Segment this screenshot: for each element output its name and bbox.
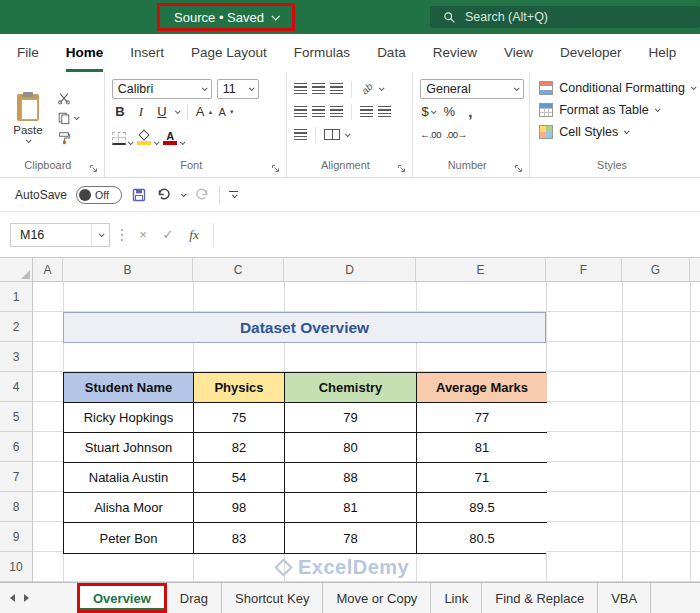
document-title[interactable]: Source • Saved [174, 10, 264, 25]
italic-button[interactable]: I [133, 102, 149, 122]
wrap-text-button[interactable] [294, 129, 307, 140]
dialog-launcher-icon[interactable] [397, 164, 406, 173]
decrease-decimal-button[interactable]: .00→ [446, 129, 467, 140]
column-header-e[interactable]: E [416, 258, 546, 282]
bold-button[interactable]: B [112, 102, 128, 122]
align-left-button[interactable] [294, 106, 307, 117]
tab-help[interactable]: Help [649, 34, 677, 72]
table-cell[interactable]: Stuart Johnson [64, 433, 194, 463]
table-cell[interactable]: 83 [194, 523, 285, 553]
tab-data[interactable]: Data [377, 34, 406, 72]
shrink-font-button[interactable]: A [218, 102, 234, 122]
borders-button[interactable] [112, 125, 132, 145]
table-cell[interactable]: 81 [417, 433, 547, 463]
table-header-chemistry[interactable]: Chemistry [285, 373, 417, 403]
conditional-formatting-button[interactable]: Conditional Formatting [539, 77, 695, 99]
align-bottom-button[interactable] [330, 83, 343, 94]
align-middle-button[interactable] [312, 83, 325, 94]
tab-formulas[interactable]: Formulas [294, 34, 350, 72]
tab-review[interactable]: Review [433, 34, 477, 72]
dataset-title-cell[interactable]: Dataset Overview [63, 312, 546, 343]
grow-font-button[interactable]: A [196, 102, 214, 122]
row-header-10[interactable]: 10 [0, 552, 33, 582]
formula-input[interactable] [213, 223, 700, 247]
dialog-launcher-icon[interactable] [271, 164, 280, 173]
tab-view[interactable]: View [504, 34, 533, 72]
underline-button[interactable]: U [154, 102, 170, 122]
cell-styles-button[interactable]: Cell Styles [539, 121, 695, 143]
sheet-tab-move-or-copy[interactable]: Move or Copy [323, 583, 431, 613]
sheet-tab-overview[interactable]: Overview [80, 586, 164, 610]
column-header-a[interactable]: A [33, 258, 63, 282]
table-cell[interactable]: 75 [194, 403, 285, 433]
customize-toolbar-button[interactable] [229, 191, 238, 199]
column-header-g[interactable]: G [622, 258, 690, 282]
undo-history-chevron[interactable] [181, 191, 187, 197]
table-cell[interactable]: 54 [194, 463, 285, 493]
table-header-physics[interactable]: Physics [194, 373, 285, 403]
sheet-tab-link[interactable]: Link [431, 583, 482, 613]
enter-icon[interactable]: ✓ [159, 227, 177, 242]
font-color-button[interactable]: A [163, 125, 184, 145]
tab-file[interactable]: File [17, 34, 39, 72]
align-center-button[interactable] [312, 106, 325, 117]
table-cell[interactable]: 79 [285, 403, 417, 433]
row-header-7[interactable]: 7 [0, 462, 33, 492]
row-header-5[interactable]: 5 [0, 402, 33, 432]
tab-insert[interactable]: Insert [130, 34, 164, 72]
table-header-average-marks[interactable]: Average Marks [417, 373, 547, 403]
table-cell[interactable]: 80.5 [417, 523, 547, 553]
select-all-corner[interactable] [0, 258, 33, 282]
drag-handle[interactable] [121, 234, 123, 236]
table-cell[interactable]: 80 [285, 433, 417, 463]
orientation-button[interactable]: ab [358, 80, 376, 98]
format-painter-button[interactable] [57, 130, 78, 146]
comma-style-button[interactable]: , [462, 102, 478, 122]
column-header-d[interactable]: D [284, 258, 416, 282]
cancel-icon[interactable]: × [134, 227, 152, 242]
search-box[interactable]: Search (Alt+Q) [430, 6, 700, 28]
sheet-tab-shortcut-key[interactable]: Shortcut Key [222, 583, 323, 613]
dialog-launcher-icon[interactable] [514, 164, 523, 173]
table-cell[interactable]: 78 [285, 523, 417, 553]
table-cell[interactable]: 89.5 [417, 493, 547, 523]
column-header-c[interactable]: C [193, 258, 284, 282]
row-header-6[interactable]: 6 [0, 432, 33, 462]
increase-decimal-button[interactable]: ←.00 [420, 129, 441, 140]
undo-button[interactable] [156, 187, 172, 203]
tab-page-layout[interactable]: Page Layout [191, 34, 267, 72]
row-header-4[interactable]: 4 [0, 372, 33, 402]
sheet-tab-find-replace[interactable]: Find & Replace [482, 583, 598, 613]
next-sheet-icon[interactable] [24, 594, 29, 602]
previous-sheet-icon[interactable] [10, 594, 15, 602]
cut-button[interactable] [57, 90, 78, 106]
fill-color-button[interactable] [137, 125, 158, 145]
row-header-3[interactable]: 3 [0, 342, 33, 372]
row-header-9[interactable]: 9 [0, 522, 33, 552]
table-cell[interactable]: 82 [194, 433, 285, 463]
name-box[interactable]: M16 [10, 223, 110, 247]
tab-home[interactable]: Home [66, 34, 104, 72]
number-format-select[interactable]: General [420, 79, 524, 99]
table-cell[interactable]: Peter Bon [64, 523, 194, 553]
copy-button[interactable] [57, 110, 78, 126]
table-cell[interactable]: Alisha Moor [64, 493, 194, 523]
insert-function-button[interactable]: fx [184, 227, 204, 243]
font-size-select[interactable]: 11 [217, 79, 259, 99]
paste-button[interactable]: Paste [7, 77, 49, 159]
align-right-button[interactable] [330, 106, 343, 117]
table-cell[interactable]: 77 [417, 403, 547, 433]
autosave-toggle[interactable]: Off [76, 186, 122, 204]
format-as-table-button[interactable]: Format as Table [539, 99, 695, 121]
column-header-partial[interactable] [690, 258, 700, 282]
percent-style-button[interactable]: % [441, 102, 457, 122]
table-cell[interactable]: Natalia Austin [64, 463, 194, 493]
table-cell[interactable]: 88 [285, 463, 417, 493]
table-cell[interactable]: 81 [285, 493, 417, 523]
chevron-down-icon[interactable] [271, 12, 279, 20]
merge-center-button[interactable] [324, 129, 340, 140]
table-cell[interactable]: Ricky Hopkings [64, 403, 194, 433]
sheet-tab-vba[interactable]: VBA [598, 583, 651, 613]
tab-developer[interactable]: Developer [560, 34, 622, 72]
sheet-tab-drag[interactable]: Drag [167, 583, 222, 613]
